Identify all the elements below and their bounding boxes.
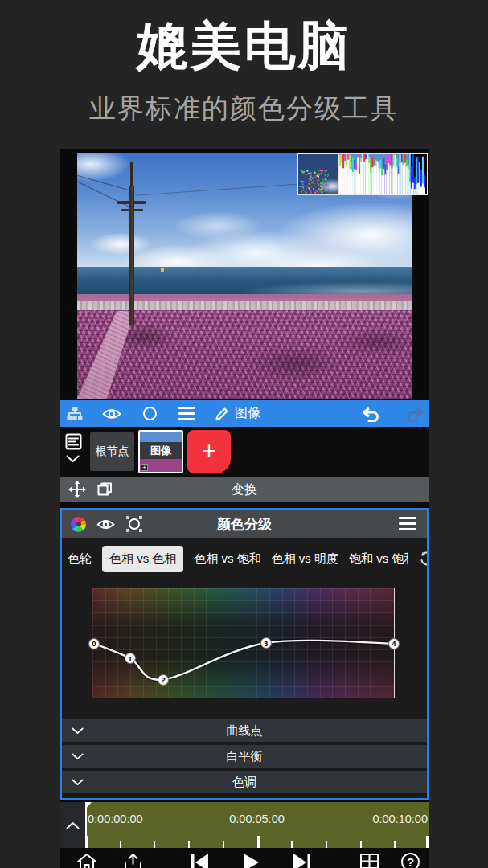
- timeline-collapse-button[interactable]: [60, 802, 85, 848]
- root-node-label: 根节点: [96, 444, 129, 459]
- skip-forward-button[interactable]: [292, 853, 313, 868]
- skip-back-button[interactable]: [189, 853, 210, 868]
- eye-icon[interactable]: [101, 400, 122, 427]
- ruler-tick: [223, 841, 224, 848]
- home-icon[interactable]: [76, 853, 97, 868]
- timecode-start: 0:00:00:00: [88, 813, 143, 825]
- ruler-tick: [154, 841, 155, 848]
- circle-mask-icon[interactable]: [141, 400, 158, 427]
- timecode-mid: 0:00:05:00: [229, 813, 285, 825]
- ruler-tick: [257, 836, 260, 848]
- node-tree-icon[interactable]: [66, 400, 84, 427]
- chevron-down-icon[interactable]: [65, 454, 80, 464]
- timecode-end: 0:00:10:00: [372, 813, 428, 825]
- redo-icon[interactable]: [404, 400, 425, 427]
- timeline: 0:00:00:00 0:00:05:00 0:00:10:00: [60, 802, 429, 848]
- ruler-tick: [291, 841, 293, 848]
- app-screenshot: 图像 根节点 图像 + + 变换: [60, 149, 429, 868]
- bottom-toolbar: ?: [60, 848, 429, 868]
- clip-thumb-label: 图像: [140, 442, 182, 459]
- add-clip-button[interactable]: +: [187, 430, 231, 473]
- hue-curve-editor[interactable]: 01234: [92, 588, 395, 698]
- photo-ocean: [77, 267, 412, 296]
- chevron-down-icon[interactable]: [71, 752, 84, 761]
- section-white-balance[interactable]: 白平衡: [62, 745, 427, 768]
- track-lane: 根节点 图像 + +: [60, 427, 429, 477]
- tab-sat-vs-sat[interactable]: 饱和 vs 饱和: [349, 551, 408, 567]
- photo-telephone-pole: [129, 186, 134, 325]
- curve-point-1[interactable]: 1: [125, 653, 136, 664]
- histogram-svg: [339, 154, 427, 194]
- ruler-tick: [426, 836, 429, 848]
- mask-selection-icon[interactable]: [125, 515, 143, 533]
- scopes-overlay[interactable]: [297, 153, 428, 195]
- selected-clip-label: 图像: [235, 400, 260, 427]
- transform-title: 变换: [60, 481, 429, 498]
- photo-boat: [161, 268, 164, 272]
- help-icon[interactable]: ?: [401, 853, 420, 868]
- curve-point-2[interactable]: 2: [158, 674, 169, 686]
- chevron-down-icon[interactable]: [71, 727, 84, 735]
- playhead-flag: [85, 802, 92, 809]
- tab-hue-vs-sat[interactable]: 色相 vs 饱和: [194, 551, 260, 567]
- hero-banner: 媲美电脑 业界标准的颜色分级工具: [0, 0, 488, 149]
- section-title: 色调: [62, 775, 427, 790]
- hero-subtitle: 业界标准的颜色分级工具: [0, 91, 488, 127]
- cube-icon: [97, 482, 113, 497]
- curve-point-3[interactable]: 3: [260, 637, 272, 649]
- color-wheel-icon: [62, 517, 86, 532]
- clip-badge-icon: +: [141, 464, 148, 471]
- curve-svg: [92, 588, 394, 698]
- move-icon: [68, 481, 86, 498]
- reset-curve-icon[interactable]: [419, 551, 427, 567]
- ruler-tick: [188, 841, 190, 848]
- rgb-histogram: [339, 153, 428, 195]
- section-curve-points[interactable]: 曲线点: [62, 719, 427, 742]
- ruler-tick: [394, 841, 396, 848]
- vectorscope: [297, 153, 339, 195]
- chevron-up-icon: [65, 821, 80, 830]
- vectorscope-noise: [298, 154, 338, 194]
- image-clip-thumbnail[interactable]: 图像 +: [138, 430, 183, 473]
- undo-icon[interactable]: [360, 400, 381, 427]
- curve-point-4[interactable]: 4: [388, 638, 400, 649]
- color-grading-title: 颜色分级: [62, 515, 427, 534]
- photo-pole-top: [130, 162, 133, 190]
- ruler-tick: [360, 841, 362, 848]
- timeline-ruler[interactable]: 0:00:00:00 0:00:05:00 0:00:10:00: [85, 802, 429, 848]
- color-grading-header[interactable]: 颜色分级: [62, 510, 427, 538]
- help-label: ?: [401, 853, 420, 868]
- ruler-tick: [326, 841, 327, 848]
- curve-point-0[interactable]: 0: [88, 638, 100, 649]
- ruler-tick: [120, 841, 121, 848]
- tab-hue-vs-hue[interactable]: 色相 vs 色相: [102, 546, 183, 572]
- panel-menu-icon[interactable]: [399, 517, 416, 533]
- curve-mode-tabs: 色轮 色相 vs 色相 色相 vs 饱和 色相 vs 明度 饱和 vs 饱和: [62, 541, 427, 576]
- root-node-button[interactable]: 根节点: [90, 432, 134, 471]
- hero-title: 媲美电脑: [0, 11, 488, 81]
- section-title: 白平衡: [62, 749, 427, 764]
- tab-color-wheels[interactable]: 色轮: [68, 551, 92, 567]
- transform-section-bar[interactable]: 变换: [60, 477, 429, 502]
- section-tone[interactable]: 色调: [62, 771, 427, 793]
- export-icon[interactable]: [123, 853, 143, 868]
- menu-icon[interactable]: [178, 400, 195, 427]
- section-title: 曲线点: [62, 723, 427, 739]
- eye-icon[interactable]: [96, 518, 115, 530]
- clip-toolbar: 图像: [60, 400, 429, 427]
- add-clip-label: +: [202, 437, 216, 465]
- chevron-down-icon[interactable]: [71, 778, 84, 787]
- play-button[interactable]: [241, 853, 260, 868]
- grid-window-icon[interactable]: [359, 853, 379, 868]
- pencil-icon[interactable]: [213, 400, 231, 427]
- tab-hue-vs-lum[interactable]: 色相 vs 明度: [272, 551, 338, 567]
- track-header[interactable]: [60, 427, 85, 477]
- color-grading-panel: 颜色分级 色轮 色相 vs 色相 色相 vs 饱和 色相 vs 明度 饱和 vs…: [60, 508, 429, 800]
